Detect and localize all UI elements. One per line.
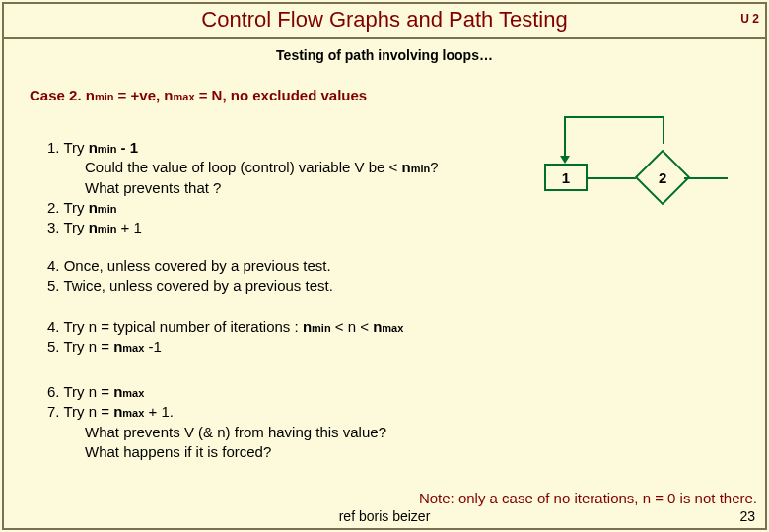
slide-title: Control Flow Graphs and Path Testing <box>201 7 567 33</box>
b3l2s: max <box>122 342 144 354</box>
b2l2: 5. Twice, unless covered by a previous t… <box>47 276 333 296</box>
edge-exit <box>684 177 728 179</box>
b3l1a: 4. Try n = typical number of iterations … <box>47 318 303 335</box>
b1l1s: min <box>98 143 117 155</box>
b3l1c: < n < <box>331 318 374 335</box>
b1l2s: min <box>411 163 431 174</box>
note-text: Note: only a case of no iterations, n = … <box>419 490 757 506</box>
b3l1b: n <box>303 318 312 335</box>
b4l3: What prevents V (& n) from having this v… <box>85 424 386 440</box>
node-2-label: 2 <box>659 169 666 186</box>
b4l2s: max <box>122 407 144 419</box>
b3l2a: 5. Try n = <box>47 338 113 355</box>
b1l5s: min <box>98 223 117 234</box>
b4l2b: n <box>113 403 122 420</box>
flow-diagram: 1 2 <box>532 116 730 234</box>
b1l1b: n <box>89 139 98 156</box>
node-1-label: 1 <box>562 169 570 186</box>
b4l4: What happens if it is forced? <box>85 443 271 460</box>
edge-top <box>564 116 664 118</box>
b1l4s: min <box>98 203 117 215</box>
case-s1: min <box>95 91 114 102</box>
edge-middle <box>588 177 637 179</box>
b4l1b: n <box>113 383 122 400</box>
b3l2c: -1 <box>144 338 162 355</box>
b1l5b: n <box>89 219 98 235</box>
b1l4a: 2. Try <box>47 199 89 216</box>
b3l1s2: max <box>382 322 403 334</box>
b1l4b: n <box>89 199 98 216</box>
block-4: 6. Try n = nmax 7. Try n = nmax + 1. Wha… <box>47 382 386 462</box>
case-prefix: Case 2 <box>30 87 77 103</box>
b1l2b: n <box>401 159 410 175</box>
b3l2b: n <box>113 338 122 355</box>
block-2: 4. Once, unless covered by a previous te… <box>47 256 333 297</box>
b1l5c: + 1 <box>116 219 141 235</box>
page-number: 23 <box>739 508 755 524</box>
block-3: 4. Try n = typical number of iterations … <box>47 317 403 358</box>
b4l2c: + 1. <box>144 403 174 420</box>
b4l2a: 7. Try n = <box>47 403 113 420</box>
reference: ref boris beizer <box>339 508 431 524</box>
b4l1s: max <box>122 387 144 399</box>
case-s2: max <box>173 91 194 102</box>
b3l1d: n <box>373 318 382 335</box>
block-1: 1. Try nmin - 1 Could the value of loop … <box>47 138 439 237</box>
case-t1: . n <box>77 87 95 103</box>
b1l1a: 1. Try <box>47 139 89 156</box>
title-bar: Control Flow Graphs and Path Testing U 2 <box>2 2 767 39</box>
b1l5a: 3. Try <box>47 219 89 235</box>
edge-right-down <box>663 116 664 144</box>
edge-left-down <box>564 116 566 158</box>
case-heading: Case 2. nmin = +ve, nmax = N, no exclude… <box>30 87 367 103</box>
b1l2a: Could the value of loop (control) variab… <box>85 159 401 175</box>
unit-label: U 2 <box>740 12 759 26</box>
subtitle: Testing of path involving loops… <box>0 47 769 63</box>
b2l1: 4. Once, unless covered by a previous te… <box>47 256 333 276</box>
b1l2c: ? <box>430 159 438 175</box>
arrow-to-node1 <box>560 156 570 164</box>
b1l3: What prevents that ? <box>85 179 221 196</box>
b1l1c: - 1 <box>116 139 138 156</box>
node-1: 1 <box>544 164 588 191</box>
b4l1a: 6. Try n = <box>47 383 113 400</box>
case-t2: = +ve, n <box>113 87 173 103</box>
case-t3: = N, no excluded values <box>195 87 368 103</box>
b3l1s: min <box>312 322 331 334</box>
